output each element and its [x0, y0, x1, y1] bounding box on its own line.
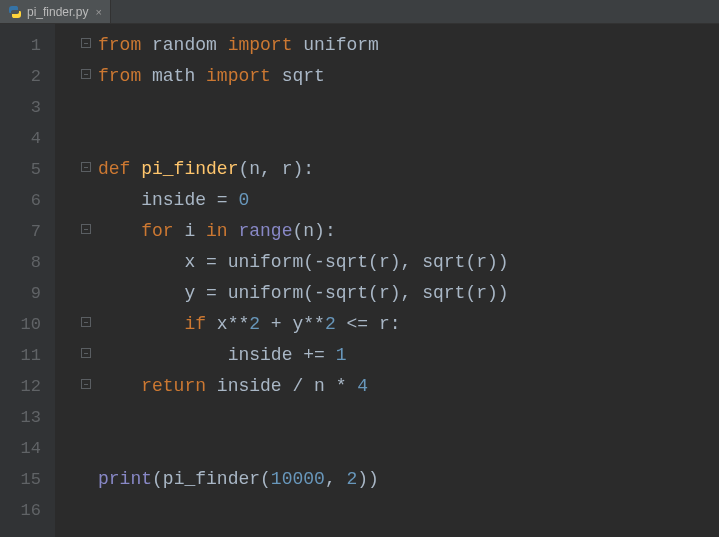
token: inside	[141, 190, 217, 210]
code-line[interactable]: for i in range(n):	[93, 216, 719, 247]
token: ,	[401, 252, 423, 272]
token: ,	[325, 469, 347, 489]
token: (	[465, 252, 476, 272]
token	[98, 376, 141, 396]
line-number: 13	[0, 402, 55, 433]
code-line[interactable]	[93, 495, 719, 526]
code-line[interactable]: from math import sqrt	[93, 61, 719, 92]
code-line[interactable]	[93, 123, 719, 154]
code-line[interactable]	[93, 433, 719, 464]
token: (	[303, 252, 314, 272]
token: :	[325, 221, 336, 241]
token: (	[260, 469, 271, 489]
token: (	[152, 469, 163, 489]
fold-row	[55, 402, 93, 433]
fold-row	[55, 154, 93, 185]
token: (	[368, 283, 379, 303]
code-line[interactable]: inside = 0	[93, 185, 719, 216]
python-file-icon	[8, 5, 22, 19]
fold-toggle-icon[interactable]	[81, 162, 91, 172]
code-line[interactable]	[93, 402, 719, 433]
token: x	[217, 314, 228, 334]
line-number: 10	[0, 309, 55, 340]
token: if	[184, 314, 216, 334]
token	[98, 190, 141, 210]
fold-row	[55, 123, 93, 154]
token: for	[141, 221, 184, 241]
token: +	[260, 314, 292, 334]
code-line[interactable]: if x**2 + y**2 <= r:	[93, 309, 719, 340]
token	[98, 221, 141, 241]
close-icon[interactable]: ×	[95, 6, 101, 18]
token: x	[184, 252, 206, 272]
token: sqrt	[325, 252, 368, 272]
token: r	[476, 283, 487, 303]
line-number: 7	[0, 216, 55, 247]
line-number: 11	[0, 340, 55, 371]
fold-row	[55, 216, 93, 247]
token: r	[282, 159, 293, 179]
token: from	[98, 66, 141, 86]
file-tab[interactable]: pi_finder.py ×	[0, 0, 111, 23]
token: **	[228, 314, 250, 334]
fold-toggle-icon[interactable]	[81, 69, 91, 79]
code-line[interactable]: print(pi_finder(10000, 2))	[93, 464, 719, 495]
code-line[interactable]: def pi_finder(n, r):	[93, 154, 719, 185]
token: uniform	[292, 35, 378, 55]
fold-toggle-icon[interactable]	[81, 348, 91, 358]
tab-filename: pi_finder.py	[27, 5, 88, 19]
token: y	[292, 314, 303, 334]
code-line[interactable]: y = uniform(-sqrt(r), sqrt(r))	[93, 278, 719, 309]
line-number-gutter: 12345678910111213141516	[0, 24, 55, 537]
line-number: 2	[0, 61, 55, 92]
token: uniform	[228, 252, 304, 272]
fold-toggle-icon[interactable]	[81, 379, 91, 389]
token: y	[184, 283, 206, 303]
token: inside	[217, 376, 293, 396]
token: ,	[401, 283, 423, 303]
token: 2	[325, 314, 336, 334]
token: range	[238, 221, 292, 241]
code-editor[interactable]: 12345678910111213141516 from random impo…	[0, 24, 719, 537]
line-number: 3	[0, 92, 55, 123]
token	[98, 314, 184, 334]
token: r	[379, 314, 390, 334]
token: /	[292, 376, 314, 396]
token: )	[390, 283, 401, 303]
fold-toggle-icon[interactable]	[81, 317, 91, 327]
token: **	[303, 314, 325, 334]
line-number: 16	[0, 495, 55, 526]
line-number: 5	[0, 154, 55, 185]
token: +=	[303, 345, 335, 365]
token: )	[390, 252, 401, 272]
fold-row	[55, 61, 93, 92]
code-line[interactable]: inside += 1	[93, 340, 719, 371]
fold-row	[55, 92, 93, 123]
token: )	[314, 221, 325, 241]
token: random	[141, 35, 227, 55]
code-area[interactable]: from random import uniformfrom math impo…	[93, 24, 719, 537]
token: )	[292, 159, 303, 179]
token: =	[206, 252, 228, 272]
token: (	[303, 283, 314, 303]
line-number: 8	[0, 247, 55, 278]
code-line[interactable]: x = uniform(-sqrt(r), sqrt(r))	[93, 247, 719, 278]
token: pi_finder	[163, 469, 260, 489]
fold-row	[55, 185, 93, 216]
token	[98, 345, 228, 365]
token: ))	[487, 283, 509, 303]
token: def	[98, 159, 141, 179]
token: print	[98, 469, 152, 489]
token: :	[390, 314, 401, 334]
token: sqrt	[271, 66, 325, 86]
fold-toggle-icon[interactable]	[81, 224, 91, 234]
code-line[interactable]: return inside / n * 4	[93, 371, 719, 402]
code-line[interactable]	[93, 92, 719, 123]
token: ))	[357, 469, 379, 489]
code-line[interactable]: from random import uniform	[93, 30, 719, 61]
token	[98, 252, 184, 272]
fold-column	[55, 24, 93, 537]
token: sqrt	[422, 252, 465, 272]
fold-toggle-icon[interactable]	[81, 38, 91, 48]
token: :	[303, 159, 314, 179]
